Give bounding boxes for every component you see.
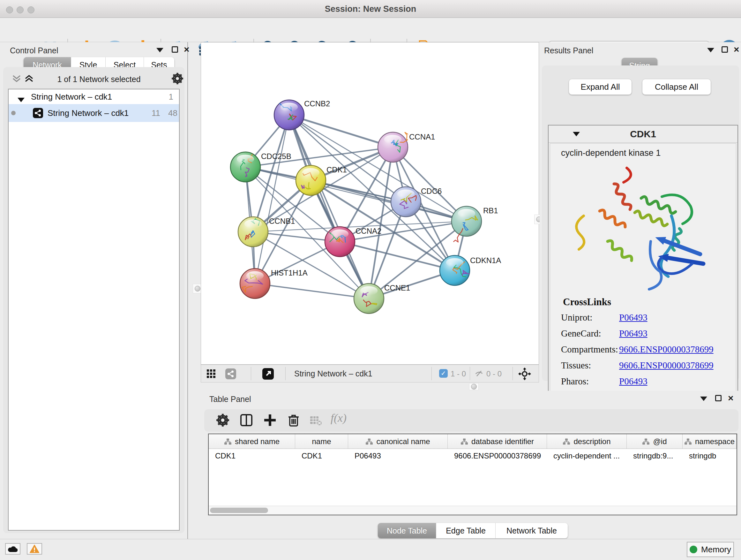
table-cell-database-identifier[interactable]: 9606.ENSP00000378699 [448,449,547,463]
table-cell-namespace[interactable]: stringdb [683,449,737,463]
node-label-CCNB1: CCNB1 [269,217,295,226]
table-panel-maximize-button[interactable] [715,395,722,402]
column-type-icon [562,438,570,445]
hidden-items-eye-slash-icon[interactable] [474,369,484,378]
function-builder-icon[interactable]: f(x) [331,411,347,425]
table-cell-canonical-name[interactable]: P06493 [348,449,448,463]
node-CDKN1A[interactable]: CDKN1A [440,255,501,286]
tab-network-table[interactable]: Network Table [495,523,568,538]
warning-status-button[interactable] [27,543,42,555]
table-options-gear-icon[interactable] [216,414,229,427]
column-header-database-identifier[interactable]: database identifier [448,434,547,449]
tab-node-table[interactable]: Node Table [378,523,436,538]
node-CCNA2[interactable]: CCNA2 [325,227,381,257]
crosslink-row-uniprot-: Uniprot:P06493 [550,312,737,328]
network-overview-icon[interactable] [225,368,236,379]
column-type-icon [684,438,692,445]
collapse-all-button[interactable]: Collapse All [642,79,711,95]
protein-structure-image [566,162,716,293]
table-cell-shared-name[interactable]: CDK1 [209,449,295,463]
gene-description: cyclin-dependent kinase 1 [561,148,661,158]
node-label-CCNA1: CCNA1 [409,132,435,141]
control-panel-close-button[interactable]: × [184,46,190,53]
node-label-HIST1H1A: HIST1H1A [271,268,308,277]
crosslink-label: Uniprot: [561,312,592,323]
memory-button[interactable]: Memory [687,542,734,557]
crosslink-link-uniprot-[interactable]: P06493 [619,312,648,323]
crosslink-link-pharos-[interactable]: P06493 [619,376,648,387]
cloud-status-button[interactable] [5,543,20,555]
main-toolbar: ? [0,18,741,42]
delete-table-icon[interactable] [310,414,322,427]
node-table: shared namenamecanonical namedatabase id… [208,434,737,515]
node-label-CDC6: CDC6 [421,187,442,195]
expand-all-button[interactable]: Expand All [569,79,632,95]
add-column-icon[interactable] [264,414,276,427]
control-panel: Control Panel × NetworkStyleSelectSets 1… [0,42,188,539]
control-panel-maximize-button[interactable] [172,46,178,54]
table-cell--id[interactable]: stringdb:9... [627,449,683,463]
table-panel-float-button[interactable] [700,396,707,402]
edge-CDK1-RB1[interactable] [311,180,467,221]
network-row-selected[interactable]: String Network – cdk1 11 48 [9,104,179,122]
crosslinks-heading: CrossLinks [563,296,611,308]
edge-HIST1H1A-CCNE1[interactable] [255,284,369,299]
network-tree: String Network – cdk1 1 String Network –… [8,89,180,531]
network-selected-header: 1 of 1 Network selected [38,75,159,84]
column-header-canonical-name[interactable]: canonical name [348,434,448,449]
window-title: Session: New Session [0,0,741,18]
grid-view-icon[interactable] [207,369,216,378]
show-columns-icon[interactable] [240,414,253,427]
table-tabs: Node TableEdge TableNetwork Table [378,523,568,538]
table-cell-name[interactable]: CDK1 [295,449,348,463]
crosslink-link-genecard-[interactable]: P06493 [619,328,648,339]
node-HIST1H1A[interactable]: HIST1H1A [240,268,308,299]
control-panel-float-button[interactable] [156,48,163,54]
memory-label: Memory [701,545,731,555]
gene-header[interactable]: CDK1 [549,125,738,143]
table-panel-title: Table Panel [209,395,251,404]
selected-nodes-checkbox-icon[interactable]: ✓ [439,369,448,378]
tab-edge-table[interactable]: Edge Table [436,523,495,538]
detach-view-icon[interactable] [262,368,274,380]
column-header-name[interactable]: name [295,434,348,449]
edge-CCNB2-CCNA1[interactable] [289,115,393,147]
collapse-all-chevron-icon[interactable] [12,75,21,83]
collection-label: String Network – cdk1 [31,92,112,102]
table-panel-close-button[interactable]: × [728,395,734,401]
node-CCNB1[interactable]: CCNB1 [238,217,295,247]
column-type-icon [365,438,373,445]
birds-eye-crosshair-icon[interactable] [518,368,531,380]
node-label-CDC25B: CDC25B [261,152,291,161]
table-row[interactable]: CDK1CDK1P064939606.ENSP00000378699cyclin… [209,449,737,463]
results-panel-maximize-button[interactable] [722,46,728,54]
network-view[interactable]: CCNB2CCNA1CDC25BCDK1CDC6RB1CCNB1CCNA2CDK… [201,42,539,365]
table-cell-description[interactable]: cyclin-dependent ... [547,449,627,463]
results-panel: Results Panel × String Expand All Collap… [540,42,741,391]
expand-all-chevron-icon[interactable] [24,75,34,83]
collection-count: 1 [169,92,173,102]
column-header-shared-name[interactable]: shared name [209,434,295,449]
node-CDC25B[interactable]: CDC25B [230,152,291,182]
column-header-description[interactable]: description [547,434,627,449]
node-label-CCNB2: CCNB2 [304,99,330,108]
results-panel-float-button[interactable] [707,48,714,54]
node-CCNA1[interactable]: CCNA1 [378,132,435,162]
column-header--id[interactable]: @id [627,434,683,449]
crosslink-link-tissues-[interactable]: 9606.ENSP00000378699 [619,360,714,371]
network-view-toolbar: String Network – cdk1 ✓ 1 - 0 0 - 0 [201,365,539,382]
results-panel-close-button[interactable]: × [734,46,739,53]
network-options-gear-icon[interactable] [172,73,183,84]
node-CDK1[interactable]: CDK1 [296,165,347,195]
crosslink-link-compartments-[interactable]: 9606.ENSP00000378699 [619,344,714,355]
collection-expander-icon[interactable] [17,95,24,105]
node-RB1[interactable]: RB1 [452,206,498,242]
node-label-CDK1: CDK1 [327,165,347,174]
column-header-namespace[interactable]: namespace [683,434,737,449]
edge-CCNB2-HIST1H1A[interactable] [255,115,289,284]
delete-column-trash-icon[interactable] [287,414,300,427]
table-horizontal-scrollbar[interactable] [209,506,737,515]
string-results-box: Expand All Collapse All CDK1 cyclin-depe… [542,65,739,381]
hidden-count: 0 - 0 [486,369,502,378]
network-collection-row[interactable]: String Network – cdk1 1 [9,89,179,104]
